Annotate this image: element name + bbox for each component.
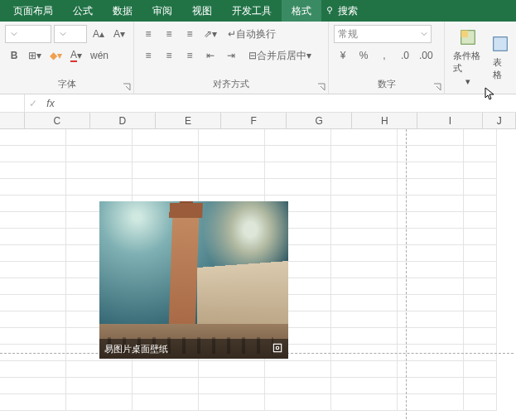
- format-table-button[interactable]: 表格: [489, 25, 511, 90]
- increase-font-button[interactable]: A▴: [89, 25, 108, 43]
- confirm-icon[interactable]: ✓: [25, 98, 41, 109]
- font-color-button[interactable]: A▾: [67, 46, 85, 65]
- fx-icon[interactable]: fx: [41, 98, 60, 109]
- orientation-button[interactable]: ⇗▾: [201, 25, 219, 43]
- align-top-button[interactable]: ≡: [139, 25, 157, 43]
- col-header[interactable]: I: [417, 113, 483, 128]
- conditional-format-button[interactable]: 条件格式▾: [450, 25, 486, 90]
- lightbulb-icon: [325, 5, 335, 17]
- conditional-format-icon: [459, 28, 477, 48]
- group-font: A▴ A▾ B ⊞▾ ◆▾ A▾ wén 字体: [0, 22, 134, 94]
- font-name-select[interactable]: [5, 25, 51, 43]
- number-format-value: 常规: [338, 27, 358, 41]
- font-dialog-launcher[interactable]: [122, 82, 132, 92]
- font-size-select[interactable]: [54, 25, 87, 43]
- align-left-button[interactable]: ≡: [139, 46, 157, 65]
- col-header[interactable]: E: [156, 113, 221, 128]
- merge-icon: ⊟: [248, 50, 257, 61]
- group-number: 常规 ¥ % , .0 .00 数字: [329, 22, 445, 94]
- svg-point-5: [276, 346, 279, 350]
- svg-rect-4: [273, 344, 281, 351]
- search-box[interactable]: 搜索: [325, 4, 358, 18]
- comma-button[interactable]: ,: [375, 46, 393, 65]
- embedded-image[interactable]: 易图片桌面壁纸: [99, 201, 288, 359]
- merge-label: 合并后居中: [257, 49, 306, 63]
- merge-center-button[interactable]: ⊟ 合并后居中▾: [243, 46, 317, 65]
- tab-data[interactable]: 数据: [103, 0, 142, 22]
- decrease-decimal-button[interactable]: .00: [417, 46, 436, 65]
- number-dialog-launcher[interactable]: [432, 82, 442, 92]
- group-align: ≡ ≡ ≡ ⇗▾ ↵ 自动换行 ≡ ≡ ≡ ⇤ ⇥ ⊟ 合并后居中▾: [134, 22, 329, 94]
- expand-icon[interactable]: [272, 342, 283, 355]
- align-dialog-launcher[interactable]: [316, 82, 326, 92]
- tab-review[interactable]: 审阅: [142, 0, 182, 22]
- conditional-format-label: 条件格式: [453, 50, 483, 75]
- ribbon: A▴ A▾ B ⊞▾ ◆▾ A▾ wén 字体 ≡ ≡ ≡ ⇗▾ ↵: [0, 22, 516, 94]
- group-font-label: 字体: [5, 77, 128, 90]
- align-center-button[interactable]: ≡: [160, 46, 178, 65]
- wrap-text-label: 自动换行: [236, 27, 276, 41]
- tab-formula[interactable]: 公式: [63, 0, 103, 22]
- align-bottom-button[interactable]: ≡: [181, 25, 199, 43]
- increase-decimal-button[interactable]: .0: [396, 46, 414, 65]
- column-headers: C D E F G H I J: [0, 113, 516, 129]
- increase-indent-button[interactable]: ⇥: [222, 46, 240, 65]
- col-header[interactable]: D: [90, 113, 156, 128]
- col-header[interactable]: F: [221, 113, 287, 128]
- group-number-label: 数字: [334, 77, 439, 90]
- search-label: 搜索: [338, 4, 358, 18]
- fill-color-button[interactable]: ◆▾: [46, 46, 65, 65]
- image-caption-bar: 易图片桌面壁纸: [99, 339, 288, 359]
- number-format-select[interactable]: 常规: [334, 25, 432, 43]
- download-icon[interactable]: [253, 342, 265, 355]
- align-right-button[interactable]: ≡: [181, 46, 199, 65]
- ribbon-tab-bar: 页面布局 公式 数据 审阅 视图 开发工具 格式 搜索: [0, 0, 516, 22]
- decrease-indent-button[interactable]: ⇤: [201, 46, 219, 65]
- name-box[interactable]: [0, 94, 25, 113]
- align-middle-button[interactable]: ≡: [160, 25, 178, 43]
- tab-view[interactable]: 视图: [182, 0, 222, 22]
- bold-button[interactable]: B: [5, 46, 23, 65]
- page-break-vertical: [406, 129, 407, 419]
- table-icon: [491, 35, 509, 55]
- tab-devtools[interactable]: 开发工具: [222, 0, 282, 22]
- svg-rect-2: [461, 31, 468, 37]
- wrap-text-button[interactable]: ↵ 自动换行: [222, 25, 282, 43]
- col-header[interactable]: H: [352, 113, 417, 128]
- col-header[interactable]: J: [483, 113, 516, 128]
- col-header[interactable]: G: [287, 113, 352, 128]
- percent-button[interactable]: %: [354, 46, 373, 65]
- formula-input[interactable]: [60, 95, 516, 112]
- decrease-font-button[interactable]: A▾: [110, 25, 128, 43]
- svg-rect-3: [494, 36, 508, 51]
- image-caption: 易图片桌面壁纸: [104, 343, 168, 355]
- group-styles: 条件格式▾ 表格: [445, 22, 516, 94]
- group-align-label: 对齐方式: [139, 77, 323, 90]
- currency-button[interactable]: ¥: [334, 46, 352, 65]
- wrap-icon: ↵: [228, 28, 236, 40]
- phonetic-button[interactable]: wén: [88, 46, 111, 65]
- formula-bar: ✓ fx: [0, 94, 516, 113]
- tab-pagelayout[interactable]: 页面布局: [3, 0, 63, 22]
- format-table-label: 表格: [493, 56, 508, 81]
- svg-point-0: [328, 7, 332, 11]
- worksheet-grid: C D E F G H I J 易图片桌面壁纸: [0, 113, 516, 419]
- col-header[interactable]: C: [25, 113, 90, 128]
- border-button[interactable]: ⊞▾: [26, 46, 44, 65]
- grid-rows[interactable]: 易图片桌面壁纸: [0, 129, 516, 419]
- select-all-corner[interactable]: [0, 113, 25, 128]
- tab-format[interactable]: 格式: [282, 0, 321, 22]
